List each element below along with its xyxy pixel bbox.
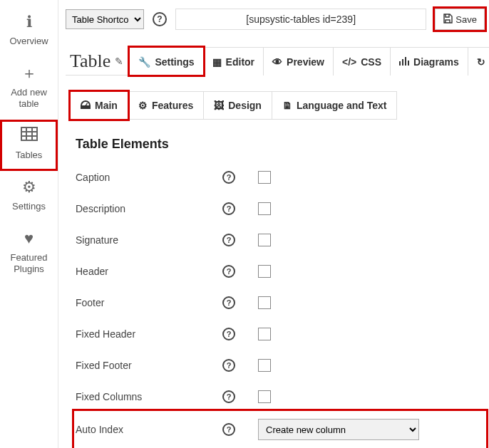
help-icon[interactable]: ? bbox=[222, 296, 235, 309]
label-fixed-header: Fixed Header bbox=[76, 328, 218, 340]
subtab-design[interactable]: 🖼 Design bbox=[203, 91, 272, 120]
tab-preview[interactable]: 👁 Preview bbox=[263, 47, 334, 75]
row-description: Description ? bbox=[76, 193, 489, 224]
sidebar-item-label: Featured Plugins bbox=[3, 252, 55, 274]
chart-icon bbox=[399, 56, 409, 68]
history-icon: ↻ bbox=[477, 56, 485, 68]
help-icon[interactable]: ? bbox=[222, 171, 235, 184]
checkbox-header[interactable] bbox=[258, 265, 271, 278]
subtab-language[interactable]: 🗎 Language and Text bbox=[272, 91, 398, 120]
svg-rect-0 bbox=[21, 127, 37, 140]
topbar: Table Shortcode ? [supsystic-tables id=2… bbox=[66, 9, 489, 30]
row-caption: Caption ? bbox=[76, 162, 489, 193]
label-auto-index: Auto Index bbox=[76, 424, 218, 435]
label-header: Header bbox=[76, 266, 218, 277]
row-auto-index: Auto Index ? Create new column bbox=[76, 412, 485, 447]
label-description: Description bbox=[76, 203, 218, 214]
sidebar-item-featured-plugins[interactable]: ♥ Featured Plugins bbox=[0, 222, 58, 285]
sidebar-item-add-new-table[interactable]: ＋ Add new table bbox=[0, 57, 58, 120]
help-icon[interactable]: ? bbox=[222, 202, 235, 215]
row-fixed-footer: Fixed Footer ? bbox=[76, 350, 489, 381]
sidebar-item-label: Tables bbox=[16, 150, 43, 161]
svg-rect-8 bbox=[408, 61, 409, 66]
checkbox-description[interactable] bbox=[258, 202, 271, 215]
checkbox-fixed-columns[interactable] bbox=[258, 390, 271, 403]
checkbox-signature[interactable] bbox=[258, 234, 271, 246]
row-fixed-columns: Fixed Columns ? bbox=[76, 381, 489, 412]
gear-icon: ⚙ bbox=[22, 178, 36, 197]
label-caption: Caption bbox=[76, 172, 218, 183]
label-signature: Signature bbox=[76, 234, 218, 246]
main-tabs: Table ✎ 🔧 Settings ▦ Editor 👁 Preview </… bbox=[66, 47, 489, 75]
document-icon: 🗎 bbox=[282, 100, 292, 111]
info-icon: ℹ bbox=[26, 13, 32, 31]
tab-settings[interactable]: 🔧 Settings bbox=[129, 47, 203, 75]
help-icon[interactable]: ? bbox=[222, 265, 235, 278]
table-elements-list: Caption ? Description ? Signature ? Head… bbox=[66, 162, 489, 447]
gears-icon: ⚙ bbox=[138, 100, 148, 111]
settings-subtabs: Main ⚙ Features 🖼 Design 🗎 Language and … bbox=[66, 91, 489, 120]
sidebar-item-label: Add new table bbox=[3, 87, 55, 109]
sidebar-item-overview[interactable]: ℹ Overview bbox=[0, 6, 58, 57]
checkbox-fixed-header[interactable] bbox=[258, 328, 271, 340]
row-header: Header ? bbox=[76, 256, 489, 287]
row-signature: Signature ? bbox=[76, 224, 489, 256]
dashboard-icon bbox=[81, 100, 91, 111]
auto-index-select[interactable]: Create new column bbox=[258, 419, 419, 440]
help-icon[interactable]: ? bbox=[222, 359, 235, 372]
save-icon bbox=[443, 14, 453, 26]
svg-rect-5 bbox=[399, 61, 401, 66]
checkbox-caption[interactable] bbox=[258, 171, 271, 184]
help-icon[interactable]: ? bbox=[153, 12, 167, 26]
svg-rect-7 bbox=[405, 57, 406, 66]
edit-title-icon[interactable]: ✎ bbox=[115, 56, 123, 68]
sidebar-item-tables[interactable]: Tables bbox=[0, 120, 58, 171]
row-footer: Footer ? bbox=[76, 287, 489, 318]
admin-sidebar: ℹ Overview ＋ Add new table Tables ⚙ Sett… bbox=[0, 0, 58, 448]
save-button[interactable]: Save bbox=[435, 9, 485, 30]
checkbox-footer[interactable] bbox=[258, 296, 271, 309]
subtab-main[interactable]: Main bbox=[70, 91, 128, 120]
image-icon: 🖼 bbox=[214, 100, 224, 111]
checkbox-fixed-footer[interactable] bbox=[258, 359, 271, 372]
help-icon[interactable]: ? bbox=[222, 390, 235, 403]
tab-css[interactable]: </> CSS bbox=[333, 47, 391, 75]
grid-icon: ▦ bbox=[212, 56, 222, 68]
help-icon[interactable]: ? bbox=[222, 328, 235, 340]
subtab-features[interactable]: ⚙ Features bbox=[128, 91, 204, 120]
heart-icon: ♥ bbox=[24, 229, 34, 248]
tab-editor[interactable]: ▦ Editor bbox=[203, 47, 264, 75]
section-title: Table Elements bbox=[76, 137, 489, 152]
code-icon: </> bbox=[342, 56, 356, 68]
sidebar-item-settings[interactable]: ⚙ Settings bbox=[0, 171, 58, 222]
help-icon[interactable]: ? bbox=[222, 234, 235, 246]
row-fixed-header: Fixed Header ? bbox=[76, 318, 489, 350]
tab-diagrams[interactable]: Diagrams bbox=[390, 47, 468, 75]
table-icon bbox=[21, 127, 38, 145]
label-fixed-columns: Fixed Columns bbox=[76, 391, 218, 402]
wrench-icon: 🔧 bbox=[138, 56, 150, 68]
eye-icon: 👁 bbox=[272, 56, 282, 68]
shortcode-type-select[interactable]: Table Shortcode bbox=[66, 9, 144, 29]
sidebar-item-label: Settings bbox=[12, 201, 46, 212]
page-title: Table ✎ bbox=[70, 51, 123, 72]
main-panel: Table Shortcode ? [supsystic-tables id=2… bbox=[58, 0, 489, 448]
plus-icon: ＋ bbox=[21, 64, 37, 83]
tab-table[interactable]: ↻ Tabl bbox=[468, 47, 489, 75]
svg-rect-6 bbox=[402, 59, 403, 66]
label-footer: Footer bbox=[76, 297, 218, 308]
shortcode-display[interactable]: [supsystic-tables id=239] bbox=[175, 9, 426, 30]
sidebar-item-label: Overview bbox=[9, 36, 48, 47]
save-button-label: Save bbox=[455, 14, 477, 25]
help-icon[interactable]: ? bbox=[222, 423, 235, 436]
label-fixed-footer: Fixed Footer bbox=[76, 360, 218, 371]
